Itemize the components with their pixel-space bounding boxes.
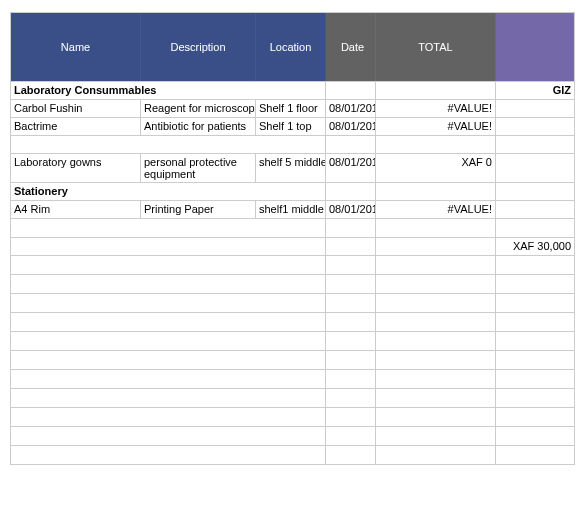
cell-empty[interactable]	[376, 389, 496, 407]
cell-empty[interactable]	[376, 446, 496, 464]
section-ext	[496, 136, 574, 153]
cell-empty[interactable]	[11, 446, 326, 464]
cell-name[interactable]: A4 Rim	[11, 201, 141, 218]
cell-date[interactable]: 08/01/2013	[326, 118, 376, 135]
cell-empty[interactable]	[326, 332, 376, 350]
cell-desc[interactable]: Printing Paper	[141, 201, 256, 218]
table-row[interactable]	[11, 407, 574, 426]
cell-empty[interactable]	[326, 351, 376, 369]
table-row[interactable]	[11, 388, 574, 407]
cell-empty[interactable]	[376, 332, 496, 350]
cell-empty[interactable]	[11, 275, 326, 293]
cell-total[interactable]: #VALUE!	[376, 100, 496, 117]
cell-empty[interactable]	[376, 219, 496, 237]
table-row[interactable]	[11, 331, 574, 350]
cell-empty[interactable]	[496, 408, 574, 426]
header-total: TOTAL	[376, 13, 496, 81]
cell-empty[interactable]	[496, 370, 574, 388]
table-row[interactable]	[11, 369, 574, 388]
table-row[interactable]	[11, 426, 574, 445]
cell-name[interactable]: Bactrime	[11, 118, 141, 135]
cell-empty[interactable]	[11, 313, 326, 331]
cell-empty[interactable]	[496, 389, 574, 407]
cell-empty	[326, 238, 376, 255]
summary-row: XAF 30,000	[11, 237, 574, 255]
cell-empty[interactable]	[496, 313, 574, 331]
cell-empty[interactable]	[326, 370, 376, 388]
cell-desc[interactable]: Reagent for microscopy	[141, 100, 256, 117]
cell-empty[interactable]	[376, 313, 496, 331]
cell-name[interactable]: Laboratory gowns	[11, 154, 141, 182]
cell-empty	[11, 238, 326, 255]
table-row[interactable]	[11, 312, 574, 331]
cell-empty[interactable]	[326, 446, 376, 464]
cell-date[interactable]: 08/01/2013	[326, 100, 376, 117]
cell-empty[interactable]	[11, 332, 326, 350]
table-row[interactable]: A4 Rim Printing Paper shelf1 middle 08/0…	[11, 200, 574, 218]
cell-empty[interactable]	[376, 370, 496, 388]
cell-empty[interactable]	[326, 408, 376, 426]
cell-empty[interactable]	[11, 389, 326, 407]
inventory-sheet: Name Description Location Date TOTAL Lab…	[10, 12, 575, 465]
cell-empty[interactable]	[376, 408, 496, 426]
cell-loc[interactable]: shelf1 middle	[256, 201, 326, 218]
cell-ext[interactable]	[496, 118, 574, 135]
cell-empty[interactable]	[496, 219, 574, 237]
cell-date[interactable]: 08/01/2013	[326, 201, 376, 218]
cell-empty[interactable]	[496, 294, 574, 312]
cell-ext[interactable]	[496, 154, 574, 182]
cell-empty[interactable]	[11, 219, 326, 237]
cell-empty[interactable]	[496, 275, 574, 293]
cell-empty[interactable]	[376, 275, 496, 293]
cell-empty[interactable]	[11, 370, 326, 388]
cell-loc[interactable]: Shelf 1 floor	[256, 100, 326, 117]
cell-empty[interactable]	[326, 389, 376, 407]
table-row[interactable]	[11, 255, 574, 274]
cell-empty[interactable]	[496, 446, 574, 464]
header-ext	[496, 13, 574, 81]
cell-empty	[376, 238, 496, 255]
cell-empty[interactable]	[496, 256, 574, 274]
cell-total[interactable]: XAF 0	[376, 154, 496, 182]
cell-empty[interactable]	[326, 294, 376, 312]
cell-loc[interactable]: shelf 5 middle	[256, 154, 326, 182]
table-row[interactable]: Bactrime Antibiotic for patients Shelf 1…	[11, 117, 574, 135]
cell-desc[interactable]: personal protective equipment	[141, 154, 256, 182]
cell-empty[interactable]	[376, 294, 496, 312]
section-ext	[496, 183, 574, 200]
cell-empty[interactable]	[496, 427, 574, 445]
cell-empty[interactable]	[326, 427, 376, 445]
table-row[interactable]: Laboratory gowns personal protective equ…	[11, 153, 574, 182]
table-row[interactable]	[11, 445, 574, 464]
cell-empty[interactable]	[326, 275, 376, 293]
cell-ext[interactable]	[496, 100, 574, 117]
cell-loc[interactable]: Shelf 1 top	[256, 118, 326, 135]
table-row[interactable]: Carbol Fushin Reagent for microscopy She…	[11, 99, 574, 117]
cell-empty[interactable]	[11, 256, 326, 274]
cell-date[interactable]: 08/01/2013	[326, 154, 376, 182]
cell-empty[interactable]	[11, 294, 326, 312]
table-row[interactable]	[11, 274, 574, 293]
cell-empty[interactable]	[326, 219, 376, 237]
cell-empty	[326, 183, 376, 200]
cell-name[interactable]: Carbol Fushin	[11, 100, 141, 117]
cell-empty[interactable]	[496, 332, 574, 350]
cell-empty[interactable]	[11, 408, 326, 426]
cell-empty[interactable]	[11, 351, 326, 369]
cell-empty[interactable]	[376, 256, 496, 274]
cell-empty[interactable]	[11, 427, 326, 445]
cell-empty[interactable]	[326, 313, 376, 331]
cell-empty[interactable]	[376, 427, 496, 445]
table-row[interactable]	[11, 293, 574, 312]
cell-empty[interactable]	[326, 256, 376, 274]
cell-desc[interactable]: Antibiotic for patients	[141, 118, 256, 135]
cell-total[interactable]: #VALUE!	[376, 118, 496, 135]
section-header	[11, 135, 574, 153]
cell-empty[interactable]	[376, 351, 496, 369]
cell-total[interactable]: #VALUE!	[376, 201, 496, 218]
cell-empty[interactable]	[496, 351, 574, 369]
table-row[interactable]	[11, 350, 574, 369]
table-row[interactable]	[11, 218, 574, 237]
section-title: Stationery	[11, 183, 326, 200]
cell-ext[interactable]	[496, 201, 574, 218]
